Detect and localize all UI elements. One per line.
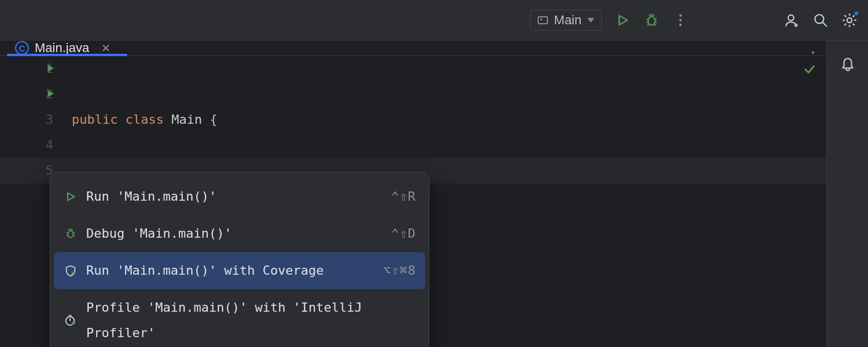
gutter-context-menu: Run 'Main.main()' ⌃⇧R Debug 'Main.main()… (50, 172, 429, 347)
run-line-marker[interactable] (45, 63, 56, 73)
close-icon (102, 44, 110, 52)
stopwatch-play-icon (63, 314, 78, 327)
menu-item-debug[interactable]: Debug 'Main.main()' ⌃⇧D (54, 215, 425, 252)
svg-point-6 (847, 17, 852, 22)
line-number: 3 (39, 107, 53, 132)
play-icon (63, 191, 78, 202)
bell-icon (840, 57, 855, 72)
notifications-button[interactable] (840, 57, 855, 72)
svg-point-0 (648, 16, 655, 25)
play-icon (616, 13, 630, 27)
menu-item-shortcut: ⌃⇧D (391, 221, 416, 246)
close-tab-button[interactable] (102, 44, 110, 52)
run-button[interactable] (615, 12, 631, 28)
svg-point-2 (679, 19, 682, 21)
menu-item-label: Run 'Main.main()' (86, 184, 383, 209)
person-add-icon (784, 13, 799, 28)
java-class-icon: C (15, 41, 29, 55)
menu-item-run[interactable]: Run 'Main.main()' ⌃⇧R (54, 178, 425, 215)
run-line-marker[interactable] (45, 88, 56, 99)
bug-icon (644, 13, 659, 28)
check-icon (803, 63, 816, 76)
chevron-down-icon (587, 18, 594, 23)
settings-button[interactable] (841, 12, 858, 28)
editor-tab-bar: C Main.java (0, 40, 826, 56)
search-icon (813, 13, 828, 28)
code-line: public class Main { (72, 107, 826, 132)
code-with-me-button[interactable] (784, 12, 800, 28)
svg-point-7 (812, 51, 814, 54)
notification-dot-icon (854, 10, 859, 16)
shield-play-icon (63, 264, 78, 277)
terminal-icon (538, 16, 548, 24)
svg-point-1 (679, 14, 682, 16)
code-editor[interactable]: 1 2 3 4 5 public class Main (0, 56, 826, 347)
svg-point-4 (788, 14, 794, 20)
bug-icon (63, 227, 78, 240)
more-actions-button[interactable] (672, 12, 689, 28)
editor-tab-label: Main.java (35, 40, 89, 56)
run-configuration-label: Main (554, 13, 582, 28)
inspections-status[interactable] (803, 63, 816, 76)
main-toolbar: Main (0, 0, 868, 40)
menu-item-label: Profile 'Main.main()' with 'IntelliJ Pro… (86, 295, 416, 346)
svg-point-5 (815, 14, 823, 23)
line-number: 4 (39, 132, 53, 158)
play-icon (45, 88, 56, 99)
right-tool-strip (826, 40, 868, 347)
search-everywhere-button[interactable] (812, 12, 829, 28)
menu-item-label: Debug 'Main.main()' (86, 221, 383, 246)
svg-point-10 (68, 231, 73, 238)
editor-tab-main[interactable]: C Main.java (9, 40, 116, 56)
play-icon (45, 63, 56, 73)
menu-item-label: Run 'Main.main()' with Coverage (86, 258, 375, 283)
debug-button[interactable] (643, 12, 660, 28)
run-configuration-selector[interactable]: Main (530, 10, 602, 31)
kebab-icon (679, 14, 682, 27)
svg-point-3 (679, 23, 682, 25)
menu-item-profile[interactable]: Profile 'Main.main()' with 'IntelliJ Pro… (54, 289, 425, 347)
menu-item-shortcut: ⌥⇧⌘8 (383, 258, 416, 283)
menu-item-shortcut: ⌃⇧R (391, 184, 416, 209)
menu-item-run-coverage[interactable]: Run 'Main.main()' with Coverage ⌥⇧⌘8 (54, 252, 425, 289)
